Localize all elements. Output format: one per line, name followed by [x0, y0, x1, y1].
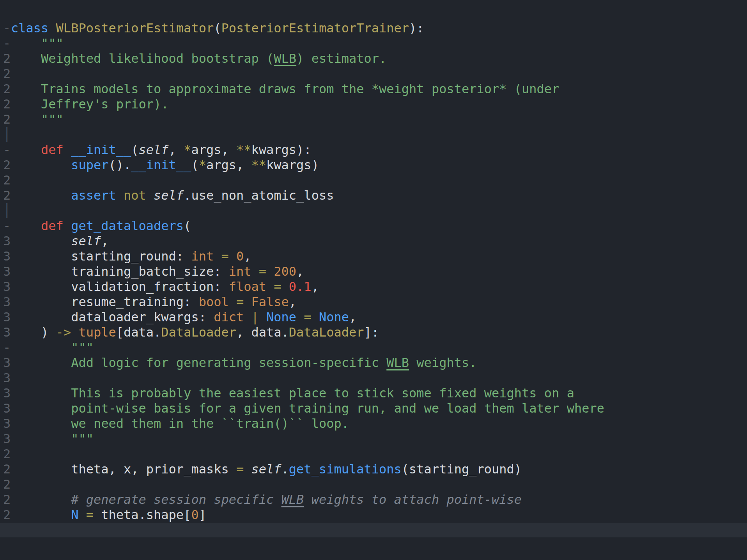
code-line[interactable]: 2: [3, 447, 747, 462]
code-token: dict: [214, 310, 244, 324]
code-token: get_simulations: [289, 462, 402, 477]
fold-column-cell: 3: [3, 264, 11, 279]
code-token: [78, 507, 86, 522]
code-token: self: [139, 142, 169, 157]
code-line[interactable]: 3 Add logic for generating session-speci…: [3, 355, 747, 370]
code-token: [11, 158, 71, 172]
command-line[interactable]: [0, 537, 747, 560]
code-token: ): [11, 325, 56, 340]
code-line[interactable]: 2 Weighted likelihood bootstrap (WLB) es…: [3, 51, 747, 66]
fold-column-cell: 3: [3, 355, 11, 370]
code-text: ) -> tuple[data.DataLoader, data.DataLoa…: [11, 325, 379, 340]
code-text: theta, x, prior_masks = self.get_simulat…: [11, 462, 522, 477]
code-line[interactable]: 2: [3, 66, 747, 82]
code-token: kwargs):: [251, 142, 312, 157]
code-token: class: [11, 21, 48, 35]
code-line[interactable]: 3 """: [3, 431, 747, 447]
code-line[interactable]: - def __init__(self, *args, **kwargs):: [3, 142, 747, 158]
code-line[interactable]: 3 training_batch_size: int = 200,: [3, 264, 747, 279]
code-token: [244, 294, 251, 309]
code-line[interactable]: - def get_dataloaders(: [3, 218, 747, 234]
code-line[interactable]: │: [3, 203, 747, 218]
code-token: =: [259, 264, 266, 279]
code-line[interactable]: 2 theta, x, prior_masks = self.get_simul…: [3, 462, 747, 477]
code-line[interactable]: 2 Trains models to approximate draws fro…: [3, 82, 747, 97]
code-line[interactable]: 3 self,: [3, 234, 747, 249]
code-line[interactable]: 3: [3, 370, 747, 386]
code-line[interactable]: - """: [3, 340, 747, 355]
code-token: *: [199, 158, 206, 172]
code-line[interactable]: │: [3, 127, 747, 142]
code-token: training_batch_size:: [11, 264, 229, 279]
code-token: |: [251, 310, 259, 324]
code-token: DataLoader: [289, 325, 364, 340]
fold-column-cell: 3: [3, 416, 11, 431]
code-token: None: [266, 310, 296, 324]
code-line[interactable]: 3 dataloader_kwargs: dict | None = None,: [3, 310, 747, 325]
code-token: ().: [108, 158, 131, 172]
code-token: Weighted likelihood bootstrap (: [11, 51, 274, 66]
code-token: [214, 249, 221, 264]
code-text: assert not self.use_non_atomic_loss: [11, 188, 334, 203]
code-token: WLBPosteriorEstimator: [56, 21, 214, 35]
fold-column-cell: 2: [3, 66, 11, 82]
fold-open-marker[interactable]: -: [3, 340, 11, 355]
code-line[interactable]: 3 validation_fraction: float = 0.1,: [3, 279, 747, 294]
code-text: Weighted likelihood bootstrap (WLB) esti…: [11, 51, 386, 66]
code-line[interactable]: 2 # generate session specific WLB weight…: [3, 492, 747, 507]
code-token: 200: [274, 264, 296, 279]
fold-column-cell: 2: [3, 97, 11, 112]
code-line[interactable]: 2 assert not self.use_non_atomic_loss: [3, 188, 747, 203]
code-token: ,: [349, 310, 356, 324]
fold-column-cell: 2: [3, 173, 11, 188]
code-token: ]: [199, 507, 206, 522]
fold-column-cell: 3: [3, 386, 11, 401]
code-token: dataloader_kwargs:: [11, 310, 214, 324]
code-token: (starting_round): [402, 462, 522, 477]
code-line[interactable]: 2: [3, 477, 747, 492]
code-token: weights.: [409, 355, 476, 370]
code-line[interactable]: 3 starting_round: int = 0,: [3, 249, 747, 264]
code-line[interactable]: [3, 5, 747, 21]
code-token: **: [236, 142, 251, 157]
fold-open-marker[interactable]: -: [3, 218, 11, 234]
code-token: """: [11, 340, 94, 355]
code-line[interactable]: 3 resume_training: bool = False,: [3, 294, 747, 310]
code-line[interactable]: 2 N = theta.shape[0]: [3, 507, 747, 523]
code-token: ,: [101, 234, 108, 248]
code-token: Add logic for generating session-specifi…: [11, 355, 386, 370]
code-token: N: [71, 507, 78, 522]
code-token: """: [11, 112, 64, 127]
fold-column-cell: 3: [3, 249, 11, 264]
code-token: 0: [191, 507, 198, 522]
fold-open-marker[interactable]: -: [3, 21, 11, 36]
code-token: [259, 310, 266, 324]
code-token: __init__: [71, 142, 131, 157]
code-token: [71, 325, 78, 340]
fold-open-marker[interactable]: -: [3, 142, 11, 158]
code-line[interactable]: 2 """: [3, 112, 747, 127]
code-text: def get_dataloaders(: [11, 218, 191, 233]
code-line[interactable]: 3 we need them in the ``train()`` loop.: [3, 416, 747, 431]
fold-open-marker[interactable]: -: [3, 36, 11, 51]
code-token: WLB: [386, 355, 409, 370]
code-text: Jeffrey's prior).: [11, 97, 169, 112]
code-line[interactable]: 2: [3, 173, 747, 188]
code-token: bool: [199, 294, 229, 309]
code-text: def __init__(self, *args, **kwargs):: [11, 142, 312, 157]
code-line[interactable]: 2 super().__init__(*args, **kwargs): [3, 158, 747, 173]
fold-column-cell: 2: [3, 158, 11, 173]
code-line[interactable]: 3 point-wise basis for a given training …: [3, 401, 747, 416]
code-line[interactable]: 3 This is probably the easiest place to …: [3, 386, 747, 401]
code-token: we need them in the ``train()`` loop.: [11, 416, 349, 431]
code-line[interactable]: 3 ) -> tuple[data.DataLoader, data.DataL…: [3, 325, 747, 340]
code-line[interactable]: -class WLBPosteriorEstimator(PosteriorEs…: [3, 21, 747, 36]
code-text: super().__init__(*args, **kwargs): [11, 158, 319, 172]
fold-column-cell: 3: [3, 234, 11, 249]
code-text: """: [11, 340, 94, 355]
code-line[interactable]: 2 Jeffrey's prior).: [3, 97, 747, 112]
code-token: self: [251, 462, 281, 477]
code-token: [11, 507, 71, 522]
code-line[interactable]: - """: [3, 36, 747, 51]
editor-viewport[interactable]: -class WLBPosteriorEstimator(PosteriorEs…: [0, 0, 747, 523]
